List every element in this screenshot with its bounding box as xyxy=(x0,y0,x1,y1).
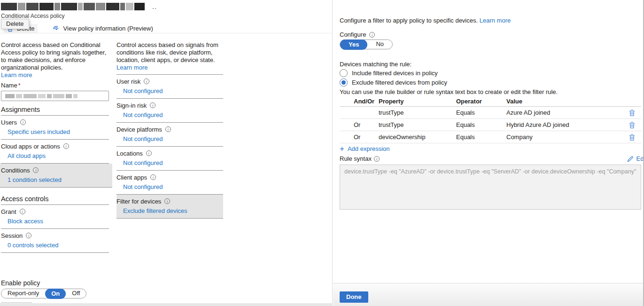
client-apps-value-link[interactable]: Not configured xyxy=(123,183,223,191)
policy-learn-more-link[interactable]: Learn more xyxy=(1,71,32,78)
configure-label: Configure xyxy=(340,31,375,38)
delete-expression-button[interactable] xyxy=(628,121,636,129)
user-risk-value-link[interactable]: Not configured xyxy=(123,87,223,95)
conditions-label: Conditions xyxy=(1,167,30,174)
redaction-block xyxy=(18,3,25,10)
title-overflow-ellipsis: .. xyxy=(152,3,157,10)
user-risk-section[interactable]: User risk Not configured xyxy=(116,75,223,99)
table-row: trustType Equals Azure AD joined xyxy=(340,107,641,119)
delete-expression-button[interactable] xyxy=(628,109,636,117)
configure-option-no[interactable]: No xyxy=(367,39,392,49)
filter-intro: Configure a filter to apply policy to sp… xyxy=(340,17,511,24)
configure-toggle: Yes No xyxy=(340,39,393,49)
access-controls-heading: Access controls xyxy=(1,195,109,205)
conditions-learn-more-link[interactable]: Learn more xyxy=(116,64,147,71)
rule-syntax-label: Rule syntax xyxy=(340,155,380,162)
session-section[interactable]: Session 0 controls selected xyxy=(1,229,109,253)
info-icon[interactable] xyxy=(33,167,39,173)
locations-value-link[interactable]: Not configured xyxy=(123,159,223,167)
sign-in-risk-value-link[interactable]: Not configured xyxy=(123,111,223,119)
info-icon[interactable] xyxy=(150,174,156,180)
users-section[interactable]: Users Specific users included xyxy=(1,116,109,140)
info-icon[interactable] xyxy=(146,150,152,156)
toolbar-divider xyxy=(0,33,333,33)
cell-operator[interactable]: Equals xyxy=(456,121,506,128)
radio-unselected-icon xyxy=(340,69,348,77)
info-icon[interactable] xyxy=(374,156,380,162)
cell-operator[interactable]: Equals xyxy=(456,109,506,116)
policy-description: Control access based on Conditional Acce… xyxy=(1,41,109,79)
cell-andor[interactable]: Or xyxy=(354,133,379,141)
conditions-value-link[interactable]: 1 condition selected xyxy=(8,176,109,184)
enable-policy-option-report-only[interactable]: Report-only xyxy=(1,289,45,298)
redaction-block xyxy=(126,3,133,10)
sign-in-risk-label: Sign-in risk xyxy=(116,102,147,109)
name-input[interactable] xyxy=(1,91,109,101)
cell-value[interactable]: Company xyxy=(506,133,622,141)
cell-property[interactable]: trustType xyxy=(379,109,456,116)
cloud-apps-label: Cloud apps or actions xyxy=(1,143,60,150)
cell-andor[interactable]: Or xyxy=(354,121,379,128)
info-icon[interactable] xyxy=(150,102,155,108)
cell-value[interactable]: Azure AD joined xyxy=(506,109,622,116)
enable-policy-option-on[interactable]: On xyxy=(45,289,66,299)
session-label: Session xyxy=(1,232,23,239)
info-icon[interactable] xyxy=(63,143,69,149)
device-platforms-value-link[interactable]: Not configured xyxy=(123,135,223,143)
enable-policy-toggle: Report-only On Off xyxy=(1,289,86,298)
redaction-block xyxy=(47,94,52,98)
enable-policy-option-off[interactable]: Off xyxy=(66,289,86,298)
user-risk-label: User risk xyxy=(116,78,140,85)
cell-value[interactable]: Hybrid Azure AD joined xyxy=(506,121,622,128)
info-icon[interactable] xyxy=(26,233,31,238)
include-filtered-devices-label: Include filtered devices in policy xyxy=(352,70,438,77)
required-asterisk: * xyxy=(18,82,21,89)
filter-for-devices-section[interactable]: Filter for devices Exclude filtered devi… xyxy=(116,195,223,219)
add-expression-button[interactable]: + Add expression xyxy=(340,145,390,152)
session-value-link[interactable]: 0 controls selected xyxy=(8,242,109,249)
devices-matching-label: Devices matching the rule: xyxy=(340,61,411,68)
device-platforms-section[interactable]: Device platforms Not configured xyxy=(116,123,223,147)
conditions-section[interactable]: Conditions 1 condition selected xyxy=(0,164,112,188)
cell-operator[interactable]: Equals xyxy=(456,133,506,141)
info-icon[interactable] xyxy=(369,32,375,38)
info-icon[interactable] xyxy=(165,126,171,132)
client-apps-section[interactable]: Client apps Not configured xyxy=(116,171,223,195)
info-icon[interactable] xyxy=(20,119,26,125)
configure-option-yes[interactable]: Yes xyxy=(340,39,367,50)
client-apps-label: Client apps xyxy=(116,174,147,181)
redaction-block xyxy=(120,3,125,10)
cell-property[interactable]: trustType xyxy=(379,121,456,128)
info-icon[interactable] xyxy=(144,78,149,84)
name-label: Name* xyxy=(1,82,109,89)
view-policy-information-button[interactable]: View policy information (Preview) xyxy=(50,24,156,33)
redaction-block xyxy=(1,3,17,10)
info-icon[interactable] xyxy=(164,198,170,204)
locations-section[interactable]: Locations Not configured xyxy=(116,147,223,171)
page-title: .. xyxy=(1,1,157,12)
grant-section[interactable]: Grant Block access xyxy=(1,205,109,229)
info-icon[interactable] xyxy=(20,209,25,214)
redaction-block xyxy=(66,94,72,98)
redaction-block xyxy=(96,3,105,10)
header-andor: And/Or xyxy=(354,98,379,105)
blade-bottom-edge xyxy=(0,303,333,306)
cloud-apps-section[interactable]: Cloud apps or actions All cloud apps xyxy=(1,140,109,164)
redaction-block xyxy=(134,3,145,10)
device-platforms-label: Device platforms xyxy=(116,126,162,133)
users-label: Users xyxy=(1,119,17,126)
sign-in-risk-section[interactable]: Sign-in risk Not configured xyxy=(116,99,223,123)
filter-learn-more-link[interactable]: Learn more xyxy=(480,17,511,24)
grant-value-link[interactable]: Block access xyxy=(8,218,109,225)
edit-rule-syntax-button[interactable]: Edit xyxy=(627,155,644,162)
delete-expression-button[interactable] xyxy=(628,133,636,141)
cell-property[interactable]: deviceOwnership xyxy=(379,133,456,141)
include-filtered-devices-radio[interactable]: Include filtered devices in policy xyxy=(340,69,438,77)
cloud-apps-value-link[interactable]: All cloud apps xyxy=(8,152,109,160)
delete-tooltip: Delete xyxy=(1,19,29,29)
done-button[interactable]: Done xyxy=(340,291,368,303)
filter-for-devices-value-link[interactable]: Exclude filtered devices xyxy=(123,207,223,215)
rule-syntax-textbox[interactable]: device.trustType -eq "AzureAD" -or devic… xyxy=(340,165,641,210)
users-value-link[interactable]: Specific users included xyxy=(8,128,109,136)
exclude-filtered-devices-radio[interactable]: Exclude filtered devices from policy xyxy=(340,78,447,86)
